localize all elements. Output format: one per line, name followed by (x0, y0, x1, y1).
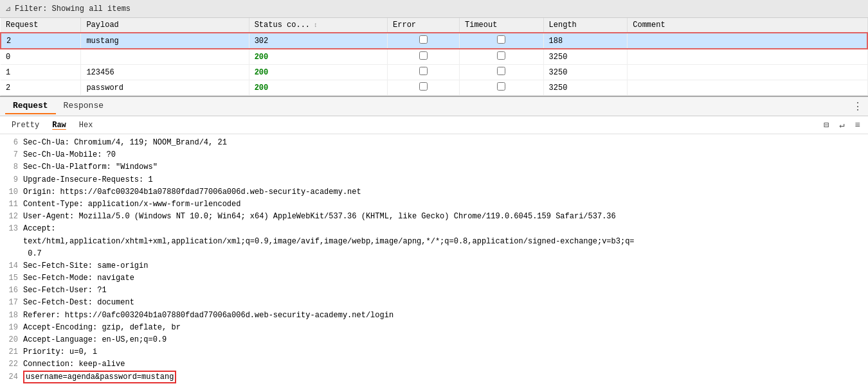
sub-tab-raw[interactable]: Raw (46, 119, 73, 132)
line-content: Accept-Language: en-US,en;q=0.9 (23, 334, 167, 346)
line-content: Sec-Ch-Ua-Platform: "Windows" (23, 161, 158, 173)
wrap-icon[interactable]: ⊟ (821, 118, 831, 132)
sub-tab-pretty[interactable]: Pretty (5, 119, 46, 132)
line-number: 17 (5, 297, 23, 309)
line-content: User-Agent: Mozilla/5.0 (Windows NT 10.0… (23, 211, 616, 223)
col-header-comment[interactable]: Comment (628, 18, 867, 33)
line-number: 16 (5, 285, 23, 297)
line-content: Origin: https://0afc003204b1a07880fdad77… (23, 186, 361, 198)
line-number: 15 (5, 272, 23, 285)
line: 22Connection: keep-alive (5, 358, 863, 371)
cell-timeout[interactable] (459, 49, 543, 65)
cell-length: 3250 (543, 80, 628, 96)
line: 0.7 (5, 248, 863, 260)
line-content: Sec-Fetch-Mode: navigate (23, 272, 134, 285)
line-content: Priority: u=0, i (23, 346, 97, 358)
line: 12User-Agent: Mozilla/5.0 (Windows NT 10… (5, 211, 863, 223)
cell-timeout[interactable] (459, 65, 543, 80)
cell-request: 1 (1, 65, 81, 80)
cell-comment (628, 33, 867, 49)
line-number: 14 (5, 260, 23, 272)
col-header-payload[interactable]: Payload (81, 18, 249, 33)
cell-timeout[interactable] (459, 33, 543, 49)
cell-length: 3250 (543, 65, 628, 80)
newline-icon[interactable]: ↵ (836, 118, 847, 132)
table-header-row: Request Payload Status co... Error Timeo… (1, 18, 867, 33)
menu-dots-icon[interactable]: ≡ (853, 119, 863, 132)
line-content: Sec-Fetch-Dest: document (23, 297, 134, 309)
line-number: 6 (5, 137, 23, 149)
line-number: 11 (5, 198, 23, 211)
line-number: 22 (5, 358, 23, 371)
line: 10Origin: https://0afc003204b1a07880fdad… (5, 186, 863, 198)
cell-length: 188 (543, 33, 628, 49)
cell-error[interactable] (388, 49, 460, 65)
cell-status: 200 (249, 80, 387, 96)
col-header-status[interactable]: Status co... (249, 18, 387, 33)
col-header-timeout[interactable]: Timeout (459, 18, 543, 33)
cell-payload (81, 49, 249, 65)
line-content: 0.7 (23, 248, 42, 260)
sub-tab-hex[interactable]: Hex (73, 119, 100, 132)
line-content: Sec-Ch-Ua: Chromium/4, 119; NOOM_Brand/4… (23, 137, 227, 149)
line-number: 18 (5, 310, 23, 322)
cell-error[interactable] (388, 33, 460, 49)
line: 21Priority: u=0, i (5, 346, 863, 358)
filter-icon: ⊿ (5, 4, 11, 13)
line-number: 10 (5, 186, 23, 198)
main-tabs-row: Request Response ⋮ (0, 97, 868, 116)
line-content: Accept-Encoding: gzip, deflate, br (23, 322, 181, 334)
line-content: Sec-Ch-Ua-Mobile: ?0 (23, 149, 116, 161)
results-table: Request Payload Status co... Error Timeo… (0, 18, 868, 96)
line-content: Connection: keep-alive (23, 358, 125, 371)
results-table-area: Request Payload Status co... Error Timeo… (0, 18, 868, 97)
col-header-length[interactable]: Length (543, 18, 628, 33)
cell-comment (628, 80, 867, 96)
line-number: 8 (5, 161, 23, 173)
line-content: Content-Type: application/x-www-form-url… (23, 198, 240, 211)
line: 6Sec-Ch-Ua: Chromium/4, 119; NOOM_Brand/… (5, 137, 863, 149)
line-content: Sec-Fetch-Site: same-origin (23, 260, 148, 272)
table-row[interactable]: 2password2003250 (1, 80, 867, 96)
line-number (5, 248, 23, 260)
line: 11Content-Type: application/x-www-form-u… (5, 198, 863, 211)
table-row[interactable]: 02003250 (1, 49, 867, 65)
cell-timeout[interactable] (459, 80, 543, 96)
tab-request[interactable]: Request (5, 98, 56, 114)
filter-bar: ⊿ Filter: Showing all items (0, 0, 868, 18)
cell-comment (628, 65, 867, 80)
cell-payload: 123456 (81, 65, 249, 80)
sub-tabs-row: Pretty Raw Hex ⊟ ↵ ≡ (0, 116, 868, 134)
line: 20Accept-Language: en-US,en;q=0.9 (5, 334, 863, 346)
table-row[interactable]: 11234562003250 (1, 65, 867, 80)
line-number: 24 (5, 371, 23, 383)
line-number (5, 236, 23, 248)
cell-error[interactable] (388, 80, 460, 96)
col-header-error[interactable]: Error (388, 18, 460, 33)
line-number: 13 (5, 223, 23, 235)
line: 18Referer: https://0afc003204b1a07880fda… (5, 310, 863, 322)
line: 7Sec-Ch-Ua-Mobile: ?0 (5, 149, 863, 161)
cell-comment (628, 49, 867, 65)
line-number: 7 (5, 149, 23, 161)
line: 17Sec-Fetch-Dest: document (5, 297, 863, 309)
line-number: 21 (5, 346, 23, 358)
line-content: Accept: (23, 223, 55, 235)
cell-request: 2 (1, 33, 81, 49)
table-row[interactable]: 2mustang302188 (1, 33, 867, 49)
line-content: username=agenda&password=mustang (23, 371, 176, 383)
col-header-request[interactable]: Request (1, 18, 81, 33)
cell-request: 2 (1, 80, 81, 96)
line-content: Referer: https://0afc003204b1a07880fdad7… (23, 310, 393, 322)
line-content: text/html,application/xhtml+xml,applicat… (23, 236, 635, 248)
line: 15Sec-Fetch-Mode: navigate (5, 272, 863, 285)
cell-status: 302 (249, 33, 387, 49)
cell-error[interactable] (388, 65, 460, 80)
line-content: Upgrade-Insecure-Requests: 1 (23, 174, 153, 186)
line: 13Accept: (5, 223, 863, 235)
tabs-menu-icon[interactable]: ⋮ (853, 100, 863, 113)
tab-response[interactable]: Response (56, 98, 111, 114)
line: 14Sec-Fetch-Site: same-origin (5, 260, 863, 272)
line-number: 20 (5, 334, 23, 346)
line: 8Sec-Ch-Ua-Platform: "Windows" (5, 161, 863, 173)
